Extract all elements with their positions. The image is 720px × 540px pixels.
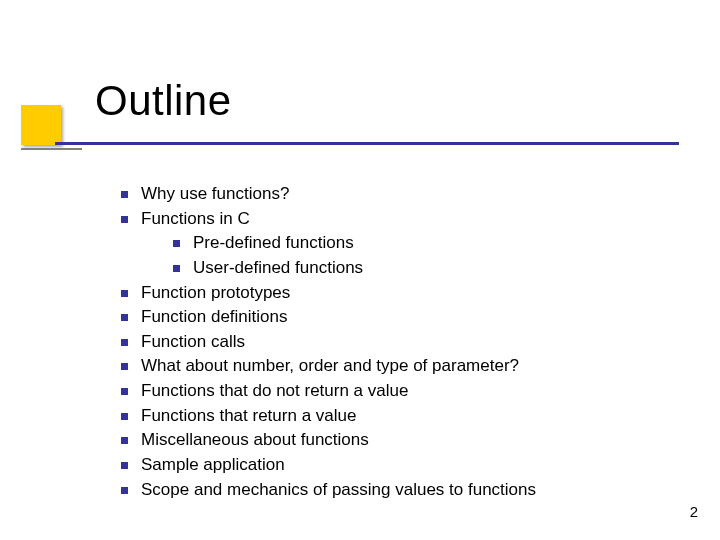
list-item-label: Miscellaneous about functions: [141, 430, 369, 449]
list-item-label: Functions in C: [141, 209, 250, 228]
slide-title: Outline: [95, 77, 232, 125]
list-item-label: Function prototypes: [141, 283, 290, 302]
bullet-list: Why use functions? Functions in C Pre-de…: [115, 182, 675, 502]
list-item-label: What about number, order and type of par…: [141, 356, 519, 375]
list-item: Functions in C Pre-defined functions Use…: [115, 207, 675, 281]
list-item-label: Functions that return a value: [141, 406, 356, 425]
list-item: User-defined functions: [167, 256, 675, 281]
page-number: 2: [690, 503, 698, 520]
accent-box-icon: [21, 105, 61, 145]
list-item-label: Sample application: [141, 455, 285, 474]
list-item-label: Scope and mechanics of passing values to…: [141, 480, 536, 499]
list-item: Function calls: [115, 330, 675, 355]
list-item: Scope and mechanics of passing values to…: [115, 478, 675, 503]
bullet-sublist: Pre-defined functions User-defined funct…: [141, 231, 675, 280]
list-item-label: Why use functions?: [141, 184, 289, 203]
horizontal-rule-short: [21, 148, 82, 150]
list-item-label: Function calls: [141, 332, 245, 351]
list-item: Pre-defined functions: [167, 231, 675, 256]
list-item: Functions that return a value: [115, 404, 675, 429]
horizontal-rule-long: [55, 142, 679, 145]
list-item: Sample application: [115, 453, 675, 478]
list-item-label: Functions that do not return a value: [141, 381, 408, 400]
list-item: Why use functions?: [115, 182, 675, 207]
list-item-label: Function definitions: [141, 307, 287, 326]
list-item: Function prototypes: [115, 281, 675, 306]
list-item-label: User-defined functions: [193, 258, 363, 277]
list-item: What about number, order and type of par…: [115, 354, 675, 379]
list-item: Function definitions: [115, 305, 675, 330]
list-item: Miscellaneous about functions: [115, 428, 675, 453]
list-item: Functions that do not return a value: [115, 379, 675, 404]
slide: Outline Why use functions? Functions in …: [0, 0, 720, 540]
list-item-label: Pre-defined functions: [193, 233, 354, 252]
slide-body: Why use functions? Functions in C Pre-de…: [115, 182, 675, 502]
